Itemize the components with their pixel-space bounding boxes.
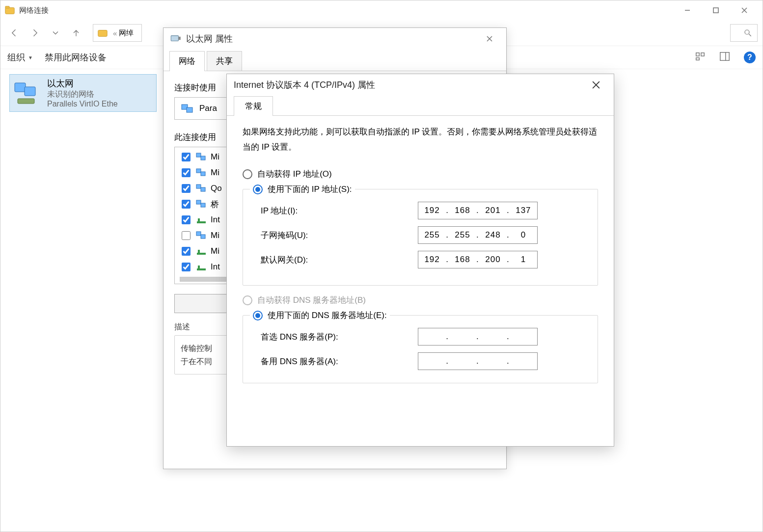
subnet-mask-label: 子网掩码(U): [261, 230, 418, 241]
radio-manual-dns[interactable]: 使用下面的 DNS 服务器地址(E): [253, 310, 387, 321]
protocol-label: Mi [211, 152, 219, 162]
protocol-checkbox[interactable] [182, 184, 191, 193]
network-folder-icon [97, 27, 108, 38]
svg-rect-24 [201, 156, 205, 160]
ip-address-input[interactable]: 192. 168. 201. 137 [418, 202, 538, 219]
dns1-label: 首选 DNS 服务器(P): [261, 331, 418, 343]
close-button[interactable] [479, 28, 500, 50]
svg-rect-37 [197, 268, 206, 270]
svg-rect-23 [196, 153, 201, 157]
protocol-label: Int [211, 215, 220, 225]
radio-icon [253, 185, 263, 194]
close-button[interactable] [585, 74, 607, 96]
svg-rect-1 [5, 6, 9, 8]
preview-pane-icon[interactable] [719, 51, 730, 64]
maximize-button[interactable] [702, 0, 730, 20]
forward-button[interactable] [26, 24, 44, 42]
svg-rect-14 [15, 83, 26, 92]
svg-rect-33 [196, 232, 201, 236]
protocol-checkbox[interactable] [182, 263, 191, 271]
breadcrumb-sep: « [113, 29, 117, 37]
svg-rect-17 [171, 35, 178, 41]
tab-general[interactable]: 常规 [234, 96, 273, 116]
protocol-checkbox[interactable] [182, 168, 191, 177]
protocol-icon [196, 247, 207, 256]
adapter-item-ethernet[interactable]: 以太网 未识别的网络 Parallels VirtIO Ethe [9, 74, 157, 112]
gateway-input[interactable]: 192. 168. 200. 1 [418, 251, 538, 268]
protocol-icon [196, 200, 207, 209]
tab-sharing[interactable]: 共享 [207, 51, 242, 71]
protocol-icon [196, 231, 207, 240]
protocol-label: Int [211, 262, 220, 272]
organize-menu[interactable]: 组织▼ [7, 52, 33, 63]
dns2-input[interactable]: . . . [418, 352, 538, 370]
protocol-checkbox[interactable] [182, 200, 191, 209]
svg-rect-0 [5, 8, 14, 14]
svg-rect-3 [713, 8, 718, 13]
protocol-checkbox[interactable] [182, 247, 191, 256]
gateway-label: 默认网关(D): [261, 254, 418, 266]
minimize-button[interactable] [673, 0, 702, 20]
dns1-input[interactable]: . . . [418, 328, 538, 346]
dialog-title: Internet 协议版本 4 (TCP/IPv4) 属性 [234, 79, 375, 91]
protocol-icon [196, 215, 207, 224]
dialog-tabs: 常规 [227, 96, 614, 116]
dialog-titlebar: 以太网 属性 [164, 28, 506, 50]
view-options-icon[interactable] [695, 51, 706, 64]
svg-rect-18 [178, 36, 180, 40]
connect-using-value: Para [199, 104, 217, 113]
radio-auto-dns: 自动获得 DNS 服务器地址(B) [243, 294, 598, 306]
address-bar[interactable]: « 网绰 [93, 24, 142, 42]
svg-rect-10 [701, 53, 704, 55]
protocol-checkbox[interactable] [182, 215, 191, 224]
svg-rect-32 [198, 218, 200, 221]
dialog-titlebar: Internet 协议版本 4 (TCP/IPv4) 属性 [227, 74, 614, 96]
svg-rect-15 [25, 87, 35, 96]
info-text: 如果网络支持此功能，则可以获取自动指派的 IP 设置。否则，你需要从网络系统管理… [243, 125, 598, 155]
svg-rect-22 [187, 107, 192, 112]
radio-manual-ip[interactable]: 使用下面的 IP 地址(S): [253, 184, 352, 195]
svg-rect-11 [696, 57, 699, 60]
adapter-status: 未识别的网络 [47, 89, 118, 100]
up-button[interactable] [67, 24, 85, 42]
search-box[interactable] [730, 24, 758, 42]
explorer-title: 网络连接 [19, 6, 49, 15]
tab-network[interactable]: 网络 [169, 51, 205, 71]
dialog-title: 以太网 属性 [186, 33, 233, 45]
protocol-label: 桥 [211, 199, 219, 210]
back-button[interactable] [5, 24, 23, 42]
subnet-mask-input[interactable]: 255. 255. 248. 0 [418, 226, 538, 244]
protocol-icon [196, 168, 207, 177]
ipv4-properties-dialog: Internet 协议版本 4 (TCP/IPv4) 属性 常规 如果网络支持此… [226, 74, 614, 447]
svg-point-7 [745, 30, 749, 34]
dns2-label: 备用 DNS 服务器(A): [261, 356, 418, 367]
close-button[interactable] [730, 0, 759, 20]
svg-rect-16 [18, 99, 34, 104]
protocol-checkbox[interactable] [182, 153, 191, 161]
manual-dns-group: 使用下面的 DNS 服务器地址(E): 首选 DNS 服务器(P): . . .… [243, 310, 598, 383]
svg-rect-29 [196, 200, 201, 204]
svg-rect-12 [720, 52, 729, 60]
svg-rect-25 [196, 169, 201, 173]
protocol-icon [196, 263, 207, 271]
breadcrumb-item[interactable]: 网绰 [119, 28, 134, 38]
nic-icon [169, 32, 182, 46]
protocol-label: Mi [211, 168, 219, 178]
radio-icon [253, 311, 263, 320]
radio-icon [243, 295, 252, 305]
protocol-label: Qo [211, 184, 222, 193]
search-icon [743, 28, 752, 37]
adapter-device: Parallels VirtIO Ethe [47, 100, 118, 108]
recent-dropdown[interactable] [47, 24, 64, 42]
adapter-icon [13, 81, 40, 106]
help-icon[interactable]: ? [744, 52, 756, 63]
svg-rect-35 [197, 253, 206, 255]
radio-auto-ip[interactable]: 自动获得 IP 地址(O) [243, 168, 598, 180]
disable-device-button[interactable]: 禁用此网络设备 [45, 52, 107, 63]
svg-rect-36 [198, 250, 200, 253]
svg-rect-26 [201, 172, 205, 176]
nic-small-icon [181, 103, 194, 114]
protocol-checkbox[interactable] [182, 231, 191, 240]
adapter-name: 以太网 [47, 78, 118, 89]
svg-rect-9 [696, 53, 699, 55]
